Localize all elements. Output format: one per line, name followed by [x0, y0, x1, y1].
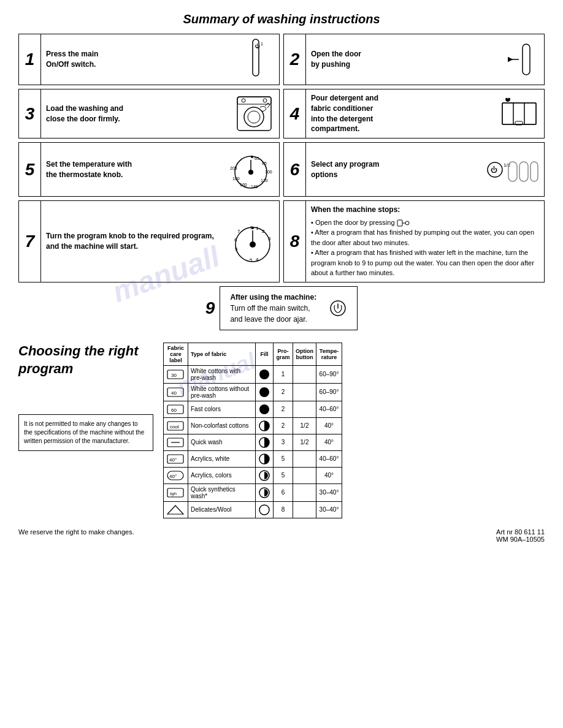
svg-rect-47: [397, 220, 402, 226]
svg-text:cool: cool: [170, 424, 179, 430]
step-9-box: After using the machine: Turn off the ma…: [220, 286, 358, 330]
fabric-label-cell: 40°: [164, 467, 188, 483]
program-cell: 2: [274, 401, 293, 417]
steps-7-8-row: 7 Turn the program knob to the required …: [18, 200, 545, 282]
step-9-title: After using the machine:: [230, 293, 316, 301]
step-8: 8 When the machine stops: • Open the doo…: [283, 200, 545, 282]
program-cell: 5: [274, 467, 293, 483]
svg-text:40°: 40°: [169, 457, 177, 463]
svg-rect-32: [519, 162, 528, 181]
fill-cell: [256, 383, 274, 401]
program-cell: 1: [274, 365, 293, 383]
disclaimer-box: It is not permitted to make any changes …: [18, 414, 153, 451]
step-6-text: Select any programoptions: [311, 159, 479, 180]
step-5-number: 5: [19, 143, 41, 196]
svg-rect-3: [523, 44, 530, 75]
th-program: Pro-gram: [274, 343, 293, 365]
svg-text:1: 1: [256, 226, 259, 231]
fabric-label-cell: syn: [164, 483, 188, 501]
th-type: Type of fabric: [188, 343, 256, 365]
option-cell: [293, 501, 316, 518]
temp-cell: 40–60°: [316, 401, 342, 417]
fabric-label-cell: cool: [164, 417, 188, 434]
temp-cell: 40°: [316, 467, 342, 483]
temp-cell: 40°: [316, 417, 342, 434]
program-cell: 8: [274, 501, 293, 518]
step-9-number: 9: [205, 298, 215, 318]
svg-point-56: [259, 387, 269, 397]
svg-rect-8: [237, 97, 271, 104]
svg-point-35: [250, 241, 256, 248]
th-fill: Fill: [256, 343, 274, 365]
step-3: 3 Load the washing andclose the door fir…: [18, 89, 280, 138]
step-6-content: Select any programoptions ⏻ 1/2: [306, 143, 544, 196]
step-7-text: Turn the program knob to the required pr…: [46, 231, 226, 252]
option-cell: [293, 401, 316, 417]
step-2-content: Open the doorby pushing: [306, 34, 544, 85]
footer: We reserve the right to make changes. Ar…: [18, 528, 545, 543]
svg-text:7: 7: [237, 229, 240, 234]
svg-text:6: 6: [234, 237, 237, 243]
svg-text:5: 5: [250, 257, 253, 263]
option-cell: [293, 483, 316, 501]
steps-grid: 1 Press the mainOn/Off switch. ⏻ 1 2 Ope…: [18, 34, 545, 197]
table-row: 40 White cottons without pre-wash 2 60–9…: [164, 383, 342, 401]
svg-text:2: 2: [262, 229, 265, 234]
fabric-type-cell: Quick wash: [188, 434, 256, 450]
step-1-number: 1: [19, 34, 41, 85]
table-row: Quick wash 3 1/2 40°: [164, 434, 342, 450]
svg-point-26: [251, 156, 253, 158]
fabric-label-cell: [164, 501, 188, 518]
temp-cell: 40°: [316, 434, 342, 450]
table-row: 30 White cottons with pre-wash 1 60–90°: [164, 365, 342, 383]
fabric-type-cell: Quick synthetics wash*: [188, 483, 256, 501]
svg-rect-33: [530, 162, 538, 181]
svg-point-9: [242, 99, 245, 102]
step-8-number: 8: [284, 201, 306, 282]
temp-cell: 40–60°: [316, 450, 342, 467]
step-1-content: Press the mainOn/Off switch. ⏻ 1: [41, 34, 279, 85]
step-1-icon: ⏻ 1: [237, 38, 274, 81]
svg-point-59: [259, 404, 269, 414]
table-row: syn Quick synthetics wash* 6 30–40°: [164, 483, 342, 501]
svg-text:180: 180: [232, 176, 240, 181]
step-8-content: When the machine stops: • Open the door …: [306, 201, 544, 282]
page-title: Summary of washing instructions: [18, 12, 545, 26]
temp-cell: 60–90°: [316, 383, 342, 401]
step-9-icon: [329, 299, 347, 317]
svg-text:⏻: ⏻: [255, 44, 260, 49]
svg-text:140: 140: [251, 184, 258, 189]
fabric-label-cell: [164, 434, 188, 450]
svg-point-75: [259, 505, 269, 515]
program-cell: 3: [274, 434, 293, 450]
svg-rect-14: [524, 103, 536, 124]
fabric-type-cell: Delicates/Wool: [188, 501, 256, 518]
svg-point-6: [244, 107, 264, 127]
step-3-icon: [234, 94, 274, 134]
svg-text:3: 3: [268, 236, 271, 241]
svg-text:1: 1: [261, 42, 263, 46]
fabric-type-cell: White cottons with pre-wash: [188, 365, 256, 383]
svg-rect-12: [502, 103, 513, 124]
fabric-label-cell: 60: [164, 401, 188, 417]
choosing-title: Choosing the right program: [18, 343, 153, 377]
temp-cell: 30–40°: [316, 501, 342, 518]
fill-cell: [256, 501, 274, 518]
temp-cell: 30–40°: [316, 483, 342, 501]
option-cell: [293, 467, 316, 483]
fabric-label-cell: 40°: [164, 450, 188, 467]
table-row: cool Non-colorfast cottons 2 1/2 40°: [164, 417, 342, 434]
svg-text:60: 60: [171, 408, 177, 413]
svg-text:40: 40: [171, 390, 177, 396]
option-cell: [293, 383, 316, 401]
th-temp: Tempe-rature: [316, 343, 342, 365]
step-4-icon: [499, 97, 539, 131]
svg-point-53: [259, 370, 269, 379]
program-table: Fabric care label Type of fabric Fill Pr…: [163, 343, 342, 518]
bottom-section: Choosing the right program It is not per…: [18, 343, 545, 518]
step-4-text: Pour detergent andfabric conditionerinto…: [311, 93, 494, 134]
step-8-title: When the machine stops:: [311, 205, 539, 215]
footer-left: We reserve the right to make changes.: [18, 528, 134, 543]
step-9-row: 9 After using the machine: Turn off the …: [18, 286, 545, 330]
svg-text:⏻: ⏻: [491, 166, 497, 173]
